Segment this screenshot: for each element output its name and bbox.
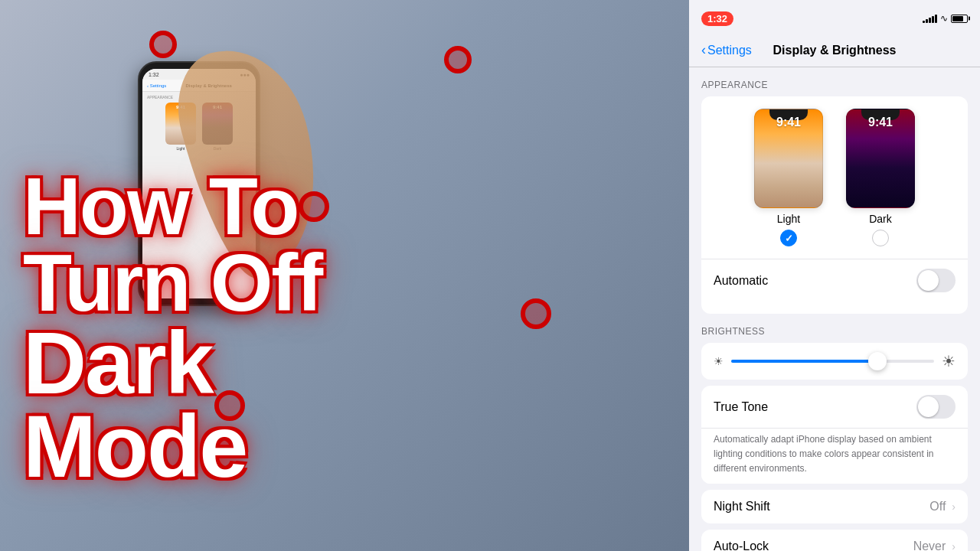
auto-lock-value: Never (913, 540, 946, 551)
back-chevron-icon: ‹ (701, 42, 706, 58)
dark-theme-radio[interactable] (872, 230, 889, 246)
ios-settings-panel: 1:32 ∿ ‹ Settings Display & Brightness A… (689, 0, 980, 551)
night-shift-row-container: Night Shift Off › (701, 490, 968, 523)
dark-theme-label: Dark (869, 213, 892, 225)
night-shift-value: Off (929, 500, 946, 514)
wifi-icon: ∿ (940, 13, 948, 24)
ios-status-bar: 1:32 ∿ (689, 0, 980, 34)
back-label[interactable]: Settings (707, 44, 752, 57)
circle-deco-5 (214, 390, 245, 421)
circle-deco-4 (521, 298, 551, 329)
auto-lock-value-group: Never › (913, 540, 956, 551)
page-title: Display & Brightness (773, 44, 897, 57)
true-tone-row-container: True Tone Automatically adapt iPhone dis… (701, 386, 968, 484)
true-tone-row: True Tone (701, 386, 968, 429)
light-theme-preview: 9:41 (754, 109, 823, 208)
auto-lock-label: Auto-Lock (714, 540, 769, 551)
light-theme-option[interactable]: 9:41 Light (754, 109, 823, 246)
true-tone-description-container: Automatically adapt iPhone display based… (701, 429, 968, 484)
brightness-card: ☀ ☀ (701, 343, 968, 380)
battery-icon (951, 15, 968, 23)
big-text-line-3: Dark (23, 321, 628, 405)
automatic-toggle-knob (918, 270, 939, 291)
settings-content: APPEARANCE 9:41 Light 9 (689, 67, 980, 551)
video-thumbnail: 1:32 ●●● ‹ Settings Display & Brightness… (0, 0, 689, 551)
auto-lock-row[interactable]: Auto-Lock Never › (701, 530, 968, 551)
ios-nav-bar: ‹ Settings Display & Brightness (689, 34, 980, 67)
night-shift-chevron-icon: › (952, 500, 956, 513)
signal-bars-icon (923, 14, 937, 23)
brightness-row: ☀ ☀ (714, 352, 956, 370)
auto-lock-chevron-icon: › (952, 540, 956, 551)
night-shift-row[interactable]: Night Shift Off › (701, 490, 968, 523)
appearance-section-header: APPEARANCE (689, 67, 980, 96)
night-shift-value-group: Off › (929, 500, 956, 514)
brightness-slider-thumb[interactable] (868, 352, 887, 370)
dark-theme-option[interactable]: 9:41 Dark (846, 109, 915, 246)
back-button[interactable]: ‹ Settings (701, 42, 752, 58)
light-theme-time: 9:41 (776, 116, 801, 129)
true-tone-toggle[interactable] (916, 395, 956, 419)
appearance-card: 9:41 Light 9:41 Dark Automatic (701, 96, 968, 314)
circle-deco-2 (444, 46, 472, 73)
light-theme-label: Light (777, 213, 800, 225)
night-shift-label: Night Shift (714, 500, 770, 514)
status-icons: ∿ (923, 13, 968, 24)
true-tone-label: True Tone (714, 400, 768, 414)
light-theme-radio[interactable] (780, 230, 797, 246)
big-text-overlay: How To Turn Off Dark Mode (0, 168, 651, 488)
dark-theme-preview: 9:41 (846, 109, 915, 208)
big-text-line-4: Mode (23, 405, 628, 488)
circle-deco-1 (149, 31, 177, 58)
automatic-label: Automatic (714, 274, 768, 288)
brightness-section-header: BRIGHTNESS (689, 314, 980, 343)
true-tone-description: Automatically adapt iPhone display based… (714, 431, 934, 474)
brightness-high-icon: ☀ (942, 352, 956, 370)
brightness-slider[interactable] (731, 360, 934, 363)
true-tone-toggle-knob (918, 396, 939, 417)
brightness-slider-fill (731, 360, 877, 363)
circle-deco-3 (299, 191, 329, 222)
dark-theme-time: 9:41 (868, 116, 893, 129)
auto-lock-row-container: Auto-Lock Never › (701, 530, 968, 551)
theme-options: 9:41 Light 9:41 Dark (714, 109, 956, 246)
automatic-toggle[interactable] (916, 269, 956, 292)
status-time: 1:32 (701, 11, 733, 26)
brightness-low-icon: ☀ (714, 355, 724, 367)
automatic-row: Automatic (701, 259, 968, 302)
